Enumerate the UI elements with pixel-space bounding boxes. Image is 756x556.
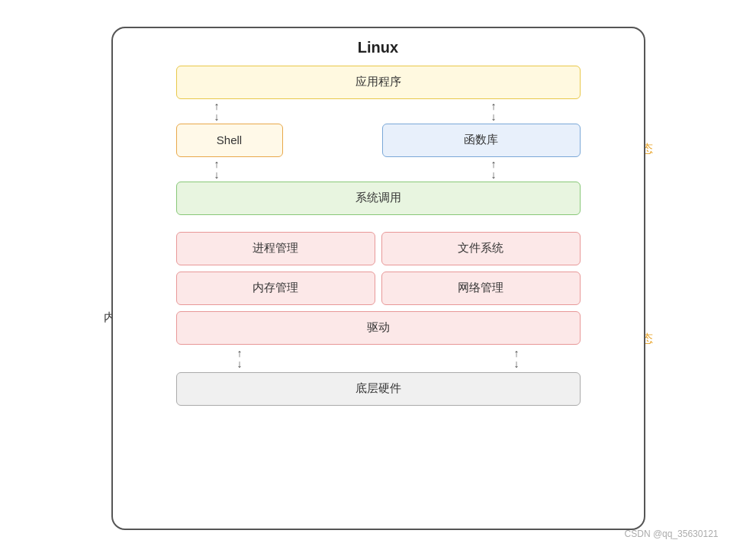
mid-row: Shell 函数库 [176, 124, 581, 157]
shell-box: Shell [176, 124, 283, 157]
driver-box: 驱动 [176, 311, 581, 345]
outer-container: 用户态 内核态 内核功能 Linux 应用程序 ↑ ↓ ↑ [27, 11, 729, 545]
watermark: CSDN @qq_35630121 [625, 529, 719, 539]
arrow-left-1: ↑ ↓ [214, 101, 220, 122]
arrow-row-1: ↑ ↓ ↑ ↓ [176, 99, 581, 124]
arrow-right-2: ↑ ↓ [491, 159, 497, 180]
arrow-row-2: ↑ ↓ ↑ ↓ [176, 157, 581, 182]
arrow-row-3: ↑ ↓ ↑ ↓ [176, 345, 581, 372]
kernel-section: 进程管理 文件系统 内存管理 网络管理 驱动 [165, 232, 592, 345]
arrow-right-3: ↑ ↓ [514, 348, 520, 369]
network-box: 网络管理 [381, 272, 581, 305]
arrow-left-3: ↑ ↓ [237, 348, 243, 369]
arrow-left-2: ↑ ↓ [214, 159, 220, 180]
app-layer: 应用程序 [176, 66, 581, 99]
syscall-layer: 系统调用 [176, 182, 581, 215]
linux-box: Linux 应用程序 ↑ ↓ ↑ ↓ Shell 函数库 [111, 27, 645, 530]
kernel-grid: 进程管理 文件系统 内存管理 网络管理 [176, 232, 581, 305]
memory-box: 内存管理 [176, 272, 375, 305]
linux-title: Linux [358, 39, 398, 56]
arrow-right-1: ↑ ↓ [491, 101, 497, 122]
process-box: 进程管理 [176, 232, 375, 265]
hw-box: 底层硬件 [176, 372, 581, 406]
file-box: 文件系统 [381, 232, 581, 265]
lib-box: 函数库 [382, 124, 581, 157]
